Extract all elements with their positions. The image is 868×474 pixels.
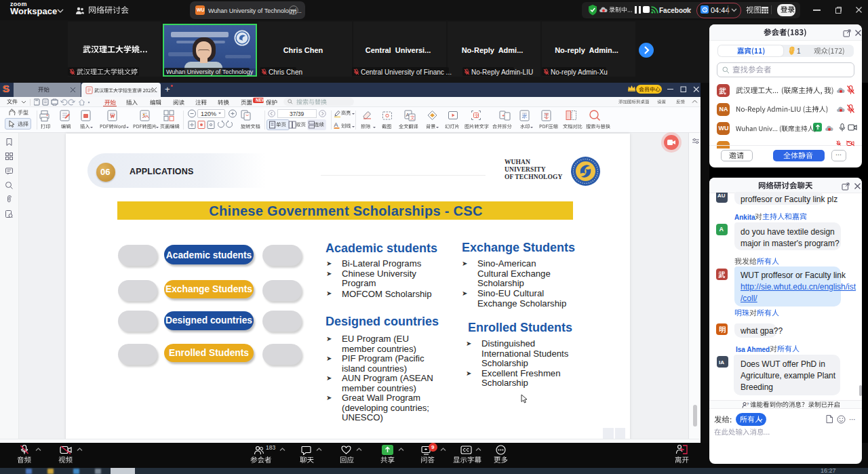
svg-text:A: A xyxy=(334,121,338,128)
svg-text:文: 文 xyxy=(410,115,415,120)
svg-text:水: 水 xyxy=(522,113,528,119)
svg-text:?: ? xyxy=(747,402,749,406)
svg-text:文: 文 xyxy=(475,113,479,118)
